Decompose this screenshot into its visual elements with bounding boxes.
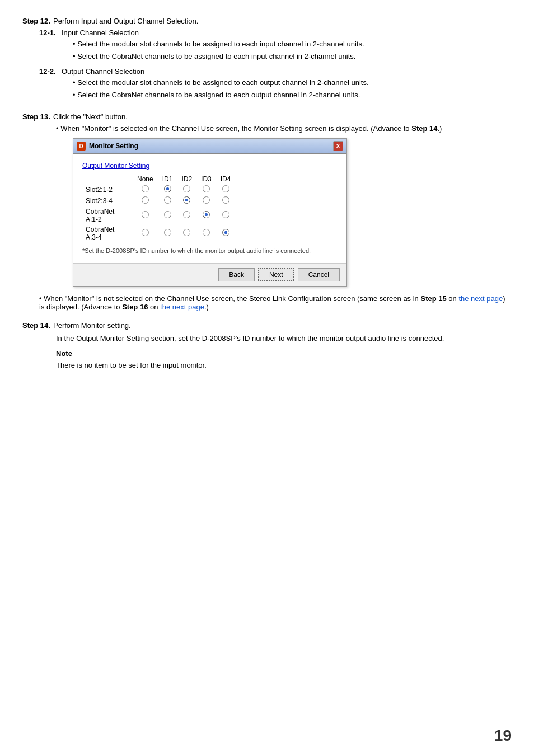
monitor-note: *Set the D-2008SP's ID number to which t… <box>82 247 338 255</box>
dialog-body: Output Monitor Setting None ID1 ID2 ID3 … <box>73 154 346 263</box>
next-page-link1[interactable]: the next page <box>458 294 503 303</box>
step-14-note-label: Note <box>56 348 512 360</box>
radio-id1-cobranet-a3-4[interactable] <box>158 224 177 242</box>
substep-12-2-label: 12-2. <box>39 67 62 101</box>
radio-id3-cobranet-a3-4[interactable] <box>196 224 216 242</box>
radio-id3-cobranet-a1-2[interactable] <box>196 206 216 224</box>
row-label-cobranet-a1-2: CobraNet A:1-2 <box>82 206 133 224</box>
monitor-setting-dialog: D Monitor Setting X Output Monitor Setti… <box>73 138 512 287</box>
step15-bold: Step 15 <box>420 294 446 303</box>
table-row: Slot2:3-4 <box>82 195 235 206</box>
next-button[interactable]: Next <box>258 268 294 281</box>
page-number: 19 <box>494 727 512 745</box>
dialog-footer: Back Next Cancel <box>73 263 346 286</box>
cancel-button[interactable]: Cancel <box>298 268 340 281</box>
dialog-box: D Monitor Setting X Output Monitor Setti… <box>73 138 347 287</box>
table-row: CobraNet A:1-2 <box>82 206 235 224</box>
bullet-item: Select the CobraNet channels to be assig… <box>73 51 512 62</box>
output-monitor-label: Output Monitor Setting <box>82 162 338 170</box>
step-12-block: Step 12. Perform Input and Output Channe… <box>22 17 512 101</box>
table-row: CobraNet A:3-4 <box>82 224 235 242</box>
substep-12-2-bullets: Select the modular slot channels to be a… <box>73 77 512 100</box>
step-13-note1-bold: Step 14 <box>411 124 437 133</box>
radio-none-slot2-3-4[interactable] <box>133 195 158 206</box>
step16-bold: Step 16 <box>122 303 148 311</box>
dialog-close-button[interactable]: X <box>333 141 343 151</box>
step-13-note2-prefix: • When "Monitor" is not selected on the … <box>39 294 505 311</box>
table-row: Slot2:1-2 <box>82 184 235 195</box>
radio-none-cobranet-a1-2[interactable] <box>133 206 158 224</box>
radio-id4-slot2-3-4[interactable] <box>216 195 236 206</box>
step-14-row: Step 14. Perform Monitor setting. <box>22 321 512 330</box>
radio-id4-slot2-1-2[interactable] <box>216 184 236 195</box>
next-page-link2[interactable]: the next page <box>160 303 204 311</box>
radio-id3-slot2-3-4[interactable] <box>196 195 216 206</box>
bullet-item: Select the modular slot channels to be a… <box>73 39 512 50</box>
step-14-label: Step 14. <box>22 321 53 330</box>
step-13-note1-prefix: • When "Monitor" is selected on the Chan… <box>56 124 411 133</box>
back-button[interactable]: Back <box>218 268 255 281</box>
dialog-app-icon: D <box>77 142 86 151</box>
step-13-note2: • When "Monitor" is not selected on the … <box>39 294 512 311</box>
radio-none-cobranet-a3-4[interactable] <box>133 224 158 242</box>
radio-id1-cobranet-a1-2[interactable] <box>158 206 177 224</box>
row-label-slot2-3-4: Slot2:3-4 <box>82 195 133 206</box>
row-label-slot2-1-2: Slot2:1-2 <box>82 184 133 195</box>
radio-id1-slot2-1-2[interactable] <box>158 184 177 195</box>
step-12-text: Perform Input and Output Channel Selecti… <box>53 17 512 25</box>
col-header-empty <box>82 174 133 184</box>
step-14-note-text: There is no item to be set for the input… <box>56 360 512 372</box>
substep-12-2-content: Output Channel Selection Select the modu… <box>62 67 512 101</box>
step-14-body-text: In the Output Monitor Setting section, s… <box>56 333 512 345</box>
col-header-id3: ID3 <box>196 174 216 184</box>
radio-id2-cobranet-a1-2[interactable] <box>177 206 196 224</box>
step-13-note1: • When "Monitor" is selected on the Chan… <box>56 124 512 133</box>
col-header-id2: ID2 <box>177 174 196 184</box>
dialog-titlebar: D Monitor Setting X <box>73 139 346 154</box>
substep-12-1-content: Input Channel Selection Select the modul… <box>62 29 512 63</box>
step-14-block: Step 14. Perform Monitor setting. In the… <box>22 321 512 371</box>
radio-none-slot2-1-2[interactable] <box>133 184 158 195</box>
step-13-block: Step 13. Click the "Next" button. • When… <box>22 112 512 311</box>
substep-12-1-bullets: Select the modular slot channels to be a… <box>73 39 512 62</box>
substep-12-2-heading: Output Channel Selection <box>62 67 512 76</box>
step-13-text: Click the "Next" button. <box>53 112 512 121</box>
radio-id2-slot2-3-4[interactable] <box>177 195 196 206</box>
step-14-body: In the Output Monitor Setting section, s… <box>56 333 512 371</box>
radio-id2-cobranet-a3-4[interactable] <box>177 224 196 242</box>
dialog-title: Monitor Setting <box>89 142 138 150</box>
step-12-label: Step 12. <box>22 17 53 25</box>
substep-12-1: 12-1. Input Channel Selection Select the… <box>39 29 512 63</box>
substep-12-2: 12-2. Output Channel Selection Select th… <box>39 67 512 101</box>
radio-id4-cobranet-a3-4[interactable] <box>216 224 236 242</box>
radio-id1-slot2-3-4[interactable] <box>158 195 177 206</box>
step-13-note1-suffix: .) <box>437 124 442 133</box>
col-header-id1: ID1 <box>158 174 177 184</box>
bullet-item: Select the modular slot channels to be a… <box>73 77 512 88</box>
radio-id4-cobranet-a1-2[interactable] <box>216 206 236 224</box>
bullet-item: Select the CobraNet channels to be assig… <box>73 90 512 101</box>
radio-id2-slot2-1-2[interactable] <box>177 184 196 195</box>
col-header-none: None <box>133 174 158 184</box>
row-label-cobranet-a3-4: CobraNet A:3-4 <box>82 224 133 242</box>
dialog-title-left: D Monitor Setting <box>77 142 138 151</box>
step-14-text: Perform Monitor setting. <box>53 321 512 330</box>
col-header-id4: ID4 <box>216 174 236 184</box>
step-13-label: Step 13. <box>22 112 53 121</box>
substep-12-1-heading: Input Channel Selection <box>62 29 512 37</box>
monitor-table: None ID1 ID2 ID3 ID4 Slot2:1-2 <box>82 174 235 242</box>
substep-12-1-label: 12-1. <box>39 29 62 63</box>
step-13-row: Step 13. Click the "Next" button. <box>22 112 512 121</box>
radio-id3-slot2-1-2[interactable] <box>196 184 216 195</box>
